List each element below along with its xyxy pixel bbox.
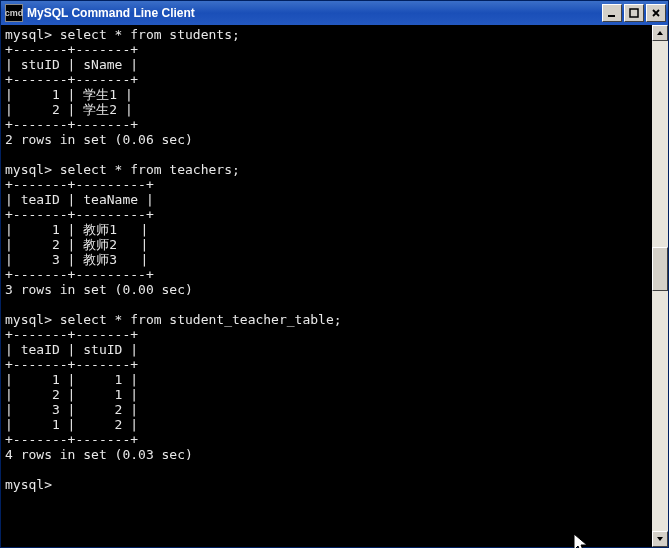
window-controls [602,4,666,22]
window-title: MySQL Command Line Client [27,6,602,20]
minimize-button[interactable] [602,4,622,22]
vertical-scrollbar[interactable] [652,25,668,547]
client-area: mysql> select * from students; +-------+… [1,25,668,547]
console-output[interactable]: mysql> select * from students; +-------+… [1,25,652,547]
scroll-thumb[interactable] [652,247,668,291]
app-icon: cmd [5,4,23,22]
scroll-up-button[interactable] [652,25,668,41]
scroll-track[interactable] [652,41,668,531]
app-window: cmd MySQL Command Line Client mysql> sel… [0,0,669,548]
close-button[interactable] [646,4,666,22]
maximize-button[interactable] [624,4,644,22]
svg-rect-0 [608,15,615,17]
titlebar[interactable]: cmd MySQL Command Line Client [1,1,668,25]
scroll-down-button[interactable] [652,531,668,547]
svg-rect-1 [630,9,638,17]
